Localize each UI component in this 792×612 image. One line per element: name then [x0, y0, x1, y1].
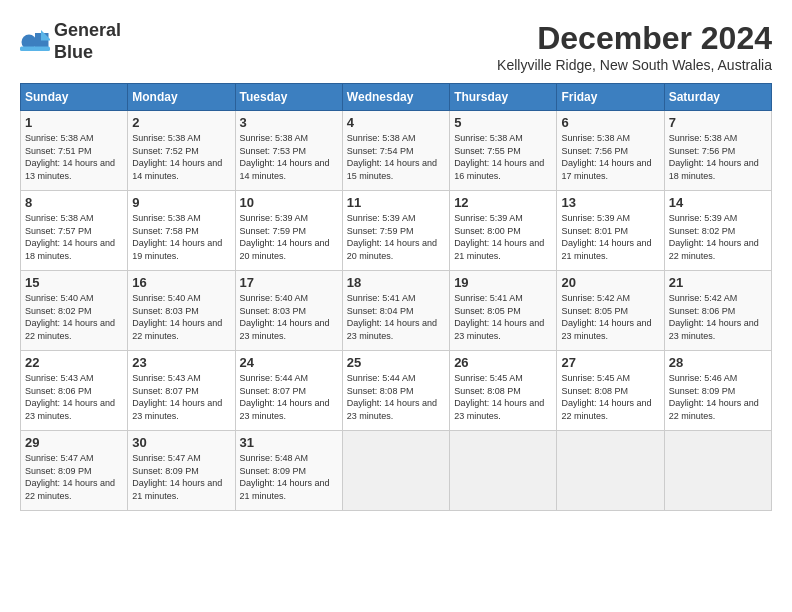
day-info: Sunrise: 5:43 AMSunset: 8:06 PMDaylight:… — [25, 372, 123, 422]
table-row: 13Sunrise: 5:39 AMSunset: 8:01 PMDayligh… — [557, 191, 664, 271]
day-info: Sunrise: 5:38 AMSunset: 7:55 PMDaylight:… — [454, 132, 552, 182]
day-number: 12 — [454, 195, 552, 210]
day-number: 8 — [25, 195, 123, 210]
day-info: Sunrise: 5:38 AMSunset: 7:54 PMDaylight:… — [347, 132, 445, 182]
month-title: December 2024 — [497, 20, 772, 57]
table-row: 24Sunrise: 5:44 AMSunset: 8:07 PMDayligh… — [235, 351, 342, 431]
day-info: Sunrise: 5:40 AMSunset: 8:03 PMDaylight:… — [240, 292, 338, 342]
day-info: Sunrise: 5:41 AMSunset: 8:04 PMDaylight:… — [347, 292, 445, 342]
day-number: 9 — [132, 195, 230, 210]
table-row: 16Sunrise: 5:40 AMSunset: 8:03 PMDayligh… — [128, 271, 235, 351]
calendar-week-row: 15Sunrise: 5:40 AMSunset: 8:02 PMDayligh… — [21, 271, 772, 351]
day-info: Sunrise: 5:38 AMSunset: 7:52 PMDaylight:… — [132, 132, 230, 182]
day-info: Sunrise: 5:46 AMSunset: 8:09 PMDaylight:… — [669, 372, 767, 422]
day-number: 5 — [454, 115, 552, 130]
day-info: Sunrise: 5:43 AMSunset: 8:07 PMDaylight:… — [132, 372, 230, 422]
calendar-week-row: 8Sunrise: 5:38 AMSunset: 7:57 PMDaylight… — [21, 191, 772, 271]
table-row: 4Sunrise: 5:38 AMSunset: 7:54 PMDaylight… — [342, 111, 449, 191]
table-row: 8Sunrise: 5:38 AMSunset: 7:57 PMDaylight… — [21, 191, 128, 271]
day-info: Sunrise: 5:44 AMSunset: 8:07 PMDaylight:… — [240, 372, 338, 422]
day-info: Sunrise: 5:38 AMSunset: 7:58 PMDaylight:… — [132, 212, 230, 262]
day-number: 28 — [669, 355, 767, 370]
day-info: Sunrise: 5:40 AMSunset: 8:02 PMDaylight:… — [25, 292, 123, 342]
day-info: Sunrise: 5:38 AMSunset: 7:56 PMDaylight:… — [669, 132, 767, 182]
col-friday: Friday — [557, 84, 664, 111]
day-info: Sunrise: 5:47 AMSunset: 8:09 PMDaylight:… — [132, 452, 230, 502]
day-info: Sunrise: 5:45 AMSunset: 8:08 PMDaylight:… — [561, 372, 659, 422]
table-row: 3Sunrise: 5:38 AMSunset: 7:53 PMDaylight… — [235, 111, 342, 191]
svg-rect-3 — [20, 46, 50, 51]
table-row — [664, 431, 771, 511]
day-number: 16 — [132, 275, 230, 290]
table-row: 14Sunrise: 5:39 AMSunset: 8:02 PMDayligh… — [664, 191, 771, 271]
day-info: Sunrise: 5:38 AMSunset: 7:51 PMDaylight:… — [25, 132, 123, 182]
day-info: Sunrise: 5:47 AMSunset: 8:09 PMDaylight:… — [25, 452, 123, 502]
day-info: Sunrise: 5:38 AMSunset: 7:56 PMDaylight:… — [561, 132, 659, 182]
logo-icon — [20, 27, 50, 57]
day-number: 15 — [25, 275, 123, 290]
table-row: 11Sunrise: 5:39 AMSunset: 7:59 PMDayligh… — [342, 191, 449, 271]
day-number: 24 — [240, 355, 338, 370]
calendar-container: General Blue December 2024 Kellyville Ri… — [20, 20, 772, 511]
logo-line2: Blue — [54, 42, 93, 62]
table-row: 21Sunrise: 5:42 AMSunset: 8:06 PMDayligh… — [664, 271, 771, 351]
table-row: 27Sunrise: 5:45 AMSunset: 8:08 PMDayligh… — [557, 351, 664, 431]
table-row: 30Sunrise: 5:47 AMSunset: 8:09 PMDayligh… — [128, 431, 235, 511]
table-row: 26Sunrise: 5:45 AMSunset: 8:08 PMDayligh… — [450, 351, 557, 431]
day-info: Sunrise: 5:38 AMSunset: 7:57 PMDaylight:… — [25, 212, 123, 262]
day-number: 13 — [561, 195, 659, 210]
table-row: 29Sunrise: 5:47 AMSunset: 8:09 PMDayligh… — [21, 431, 128, 511]
day-number: 25 — [347, 355, 445, 370]
logo-line1: General — [54, 20, 121, 40]
table-row: 6Sunrise: 5:38 AMSunset: 7:56 PMDaylight… — [557, 111, 664, 191]
day-info: Sunrise: 5:39 AMSunset: 7:59 PMDaylight:… — [240, 212, 338, 262]
day-number: 23 — [132, 355, 230, 370]
day-number: 19 — [454, 275, 552, 290]
day-info: Sunrise: 5:39 AMSunset: 8:01 PMDaylight:… — [561, 212, 659, 262]
table-row: 22Sunrise: 5:43 AMSunset: 8:06 PMDayligh… — [21, 351, 128, 431]
day-number: 17 — [240, 275, 338, 290]
col-thursday: Thursday — [450, 84, 557, 111]
day-number: 14 — [669, 195, 767, 210]
col-sunday: Sunday — [21, 84, 128, 111]
day-info: Sunrise: 5:39 AMSunset: 7:59 PMDaylight:… — [347, 212, 445, 262]
day-info: Sunrise: 5:41 AMSunset: 8:05 PMDaylight:… — [454, 292, 552, 342]
table-row: 17Sunrise: 5:40 AMSunset: 8:03 PMDayligh… — [235, 271, 342, 351]
calendar-week-row: 29Sunrise: 5:47 AMSunset: 8:09 PMDayligh… — [21, 431, 772, 511]
logo-text: General Blue — [54, 20, 121, 63]
table-row: 15Sunrise: 5:40 AMSunset: 8:02 PMDayligh… — [21, 271, 128, 351]
table-row — [450, 431, 557, 511]
day-number: 11 — [347, 195, 445, 210]
table-row: 20Sunrise: 5:42 AMSunset: 8:05 PMDayligh… — [557, 271, 664, 351]
calendar-table: Sunday Monday Tuesday Wednesday Thursday… — [20, 83, 772, 511]
day-number: 1 — [25, 115, 123, 130]
day-number: 29 — [25, 435, 123, 450]
day-info: Sunrise: 5:38 AMSunset: 7:53 PMDaylight:… — [240, 132, 338, 182]
calendar-week-row: 22Sunrise: 5:43 AMSunset: 8:06 PMDayligh… — [21, 351, 772, 431]
day-number: 26 — [454, 355, 552, 370]
title-block: December 2024 Kellyville Ridge, New Sout… — [497, 20, 772, 73]
table-row: 19Sunrise: 5:41 AMSunset: 8:05 PMDayligh… — [450, 271, 557, 351]
table-row — [342, 431, 449, 511]
table-row: 25Sunrise: 5:44 AMSunset: 8:08 PMDayligh… — [342, 351, 449, 431]
logo: General Blue — [20, 20, 121, 63]
table-row: 12Sunrise: 5:39 AMSunset: 8:00 PMDayligh… — [450, 191, 557, 271]
table-row: 31Sunrise: 5:48 AMSunset: 8:09 PMDayligh… — [235, 431, 342, 511]
day-info: Sunrise: 5:48 AMSunset: 8:09 PMDaylight:… — [240, 452, 338, 502]
table-row: 10Sunrise: 5:39 AMSunset: 7:59 PMDayligh… — [235, 191, 342, 271]
col-wednesday: Wednesday — [342, 84, 449, 111]
day-info: Sunrise: 5:45 AMSunset: 8:08 PMDaylight:… — [454, 372, 552, 422]
table-row: 9Sunrise: 5:38 AMSunset: 7:58 PMDaylight… — [128, 191, 235, 271]
day-number: 21 — [669, 275, 767, 290]
table-row: 23Sunrise: 5:43 AMSunset: 8:07 PMDayligh… — [128, 351, 235, 431]
table-row: 2Sunrise: 5:38 AMSunset: 7:52 PMDaylight… — [128, 111, 235, 191]
col-saturday: Saturday — [664, 84, 771, 111]
day-number: 20 — [561, 275, 659, 290]
day-number: 6 — [561, 115, 659, 130]
table-row: 18Sunrise: 5:41 AMSunset: 8:04 PMDayligh… — [342, 271, 449, 351]
table-row: 7Sunrise: 5:38 AMSunset: 7:56 PMDaylight… — [664, 111, 771, 191]
calendar-week-row: 1Sunrise: 5:38 AMSunset: 7:51 PMDaylight… — [21, 111, 772, 191]
day-number: 4 — [347, 115, 445, 130]
day-number: 22 — [25, 355, 123, 370]
day-info: Sunrise: 5:42 AMSunset: 8:06 PMDaylight:… — [669, 292, 767, 342]
